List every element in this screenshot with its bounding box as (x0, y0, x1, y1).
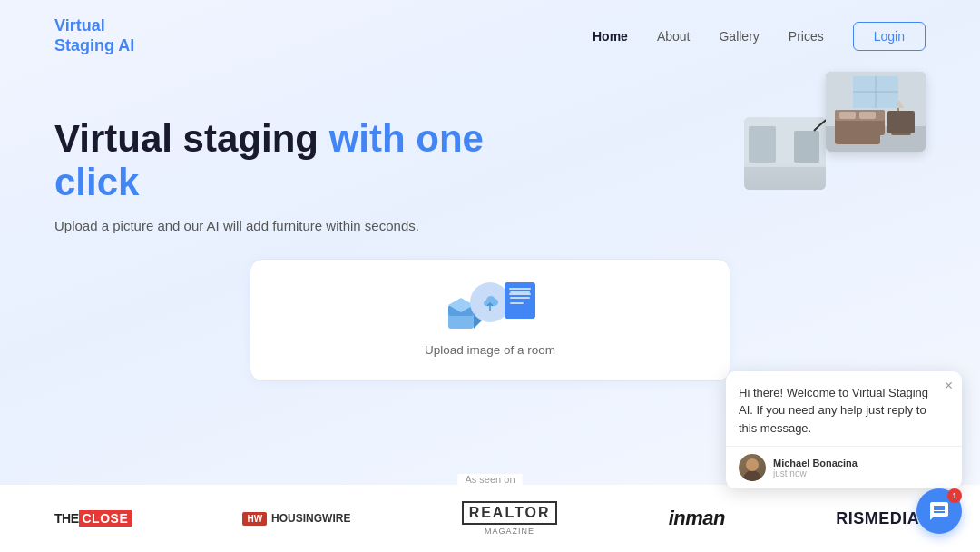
svg-rect-11 (891, 119, 911, 135)
svg-rect-23 (510, 291, 530, 293)
hero-section: Virtual staging with one click Upload a … (0, 72, 980, 233)
chat-widget: × Hi there! Welcome to Virtual Staging A… (726, 371, 962, 489)
logo-realtor: REALTOR MAGAZINE (462, 501, 558, 536)
chat-badge: 1 (947, 488, 962, 503)
upload-icons (445, 282, 535, 332)
hero-title: Virtual staging with one click (54, 117, 563, 205)
site-logo[interactable]: Virtual Staging AI (54, 16, 134, 55)
theclose-the: THE (54, 511, 79, 526)
logo-theclose: THECLOSE (54, 511, 132, 526)
doc-svg (505, 282, 535, 319)
navbar: Virtual Staging AI Home About Gallery Pr… (0, 0, 980, 72)
nav-about[interactable]: About (657, 29, 691, 44)
logos-section: As seen on THECLOSE HW HOUSINGWIRE REALT… (0, 485, 980, 552)
svg-rect-2 (749, 126, 776, 163)
rismedia-text: RISMEDIA (836, 509, 919, 527)
hw-box: HW (242, 512, 267, 526)
nav-home[interactable]: Home (593, 29, 628, 44)
cloud-svg (478, 291, 502, 314)
room-after-image (826, 72, 926, 152)
chat-time: just now (773, 468, 949, 478)
document-icon (505, 282, 535, 319)
svg-rect-3 (794, 131, 819, 163)
chat-footer: Michael Bonacina just now (726, 446, 962, 488)
seen-on-label: As seen on (457, 474, 522, 485)
svg-rect-22 (505, 282, 535, 319)
hero-title-part1: Virtual staging (54, 117, 329, 160)
svg-rect-1 (744, 167, 826, 190)
nav-links: Home About Gallery Prices Login (593, 22, 926, 51)
svg-rect-24 (510, 297, 530, 299)
chat-bubble-icon (928, 500, 950, 522)
agent-avatar (739, 454, 766, 481)
logo-text-line2: Staging (54, 36, 114, 54)
upload-section: Upload image of a room (0, 259, 980, 381)
logo-housingwire: HW HOUSINGWIRE (242, 512, 350, 526)
logo-inman: inman (669, 507, 725, 530)
svg-rect-10 (859, 112, 876, 119)
logo-rismedia: RISMEDIA• (836, 509, 926, 528)
chat-close-button[interactable]: × (945, 379, 953, 393)
svg-rect-12 (897, 108, 899, 119)
upload-dropzone[interactable]: Upload image of a room (250, 259, 730, 381)
logo-accent: AI (118, 36, 134, 54)
room-after-inner (826, 72, 926, 152)
svg-rect-5 (826, 126, 926, 152)
hero-subtitle: Upload a picture and our AI will add fur… (54, 218, 436, 233)
chat-message: Hi there! Welcome to Virtual Staging AI.… (726, 371, 962, 447)
upload-label: Upload image of a room (425, 343, 555, 357)
inman-text: inman (669, 507, 725, 529)
agent-name: Michael Bonacina (773, 458, 949, 468)
theclose-close: CLOSE (79, 510, 132, 527)
room-after-svg (826, 72, 926, 152)
hero-image (744, 72, 926, 190)
svg-rect-9 (839, 112, 856, 119)
realtor-magazine: MAGAZINE (462, 527, 558, 536)
svg-rect-25 (510, 302, 524, 304)
chat-meta: Michael Bonacina just now (773, 458, 949, 478)
nav-gallery[interactable]: Gallery (719, 29, 759, 44)
nav-prices[interactable]: Prices (789, 29, 824, 44)
chat-bubble-button[interactable]: 1 (916, 488, 962, 534)
housingwire-text: HOUSINGWIRE (271, 512, 350, 525)
logo-text-line1: Virtual (54, 16, 105, 34)
realtor-text: REALTOR (462, 501, 558, 525)
login-button[interactable]: Login (853, 22, 926, 51)
